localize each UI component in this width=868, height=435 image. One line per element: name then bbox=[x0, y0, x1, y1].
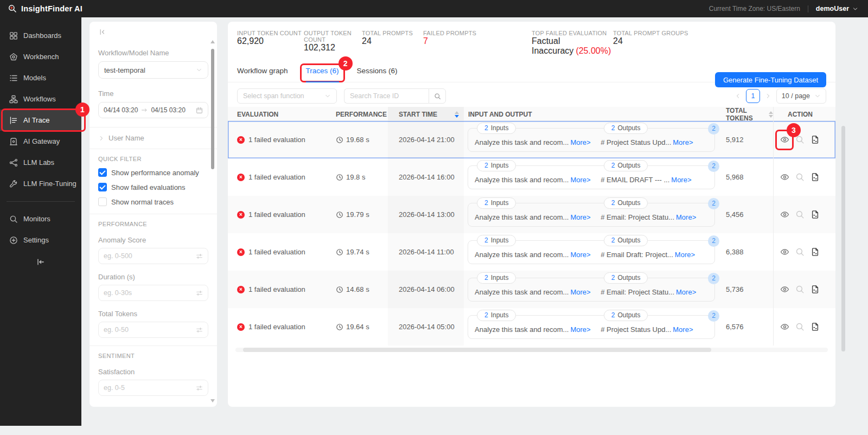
trace-row[interactable]: × 1 failed evaluation 19.8 s 2026-04-14 … bbox=[228, 158, 835, 196]
trace-row[interactable]: × 1 failed evaluation 19.74 s 2026-04-14… bbox=[228, 233, 835, 271]
page-scrollbar[interactable] bbox=[841, 126, 845, 351]
file-icon[interactable] bbox=[810, 210, 820, 219]
total-tokens-text: 5,912 bbox=[726, 136, 744, 144]
trace-row[interactable]: × 1 failed evaluation 19.64 s 2026-04-14… bbox=[228, 308, 835, 346]
trace-row[interactable]: × 1 failed evaluation 19.79 s 2026-04-14… bbox=[228, 196, 835, 233]
checkbox[interactable] bbox=[98, 183, 107, 191]
scrollbar-thumb[interactable] bbox=[211, 49, 214, 169]
eye-icon[interactable] bbox=[780, 322, 789, 331]
sliders-icon[interactable] bbox=[196, 253, 203, 260]
search-icon[interactable] bbox=[795, 247, 805, 257]
sidebar-item[interactable]: AI Trace 1 bbox=[0, 110, 81, 131]
filter-range-input[interactable] bbox=[98, 380, 208, 396]
sidebar-item[interactable]: AI Gateway 1 bbox=[0, 131, 81, 152]
sliders-icon[interactable] bbox=[196, 327, 203, 334]
sidebar-item[interactable]: Models 1 bbox=[0, 67, 81, 88]
input-more-link[interactable]: More> bbox=[570, 176, 590, 184]
ai-trace-icon bbox=[9, 116, 18, 125]
sliders-icon[interactable] bbox=[196, 385, 203, 392]
sidebar-item[interactable]: LLM Labs 1 bbox=[0, 152, 81, 173]
eye-icon[interactable] bbox=[780, 247, 789, 257]
quick-filter-checkbox-row[interactable]: Show failed evaluations bbox=[98, 183, 208, 191]
input-more-link[interactable]: More> bbox=[570, 213, 590, 221]
io-count-badge: 2 bbox=[708, 198, 719, 209]
sidebar-item[interactable]: Workbench 1 bbox=[0, 46, 81, 67]
input-more-link[interactable]: More> bbox=[570, 325, 590, 334]
search-icon[interactable] bbox=[795, 210, 805, 219]
range-input[interactable] bbox=[104, 252, 174, 260]
filter-range-input[interactable] bbox=[98, 285, 208, 301]
chevron-left-icon[interactable] bbox=[735, 93, 741, 99]
page-number[interactable]: 1 bbox=[746, 89, 760, 103]
trace-row[interactable]: × 1 failed evaluation 19.68 s 2026-04-14… bbox=[228, 121, 835, 158]
search-icon[interactable] bbox=[795, 322, 805, 331]
traces-panel: INPUT TOKEN COUNT 62,920 OUTPUT TOKEN CO… bbox=[228, 22, 835, 407]
page-size-select[interactable]: 10 / page bbox=[776, 88, 826, 104]
checkbox[interactable] bbox=[98, 197, 107, 206]
output-more-link[interactable]: More> bbox=[676, 288, 696, 296]
eye-icon[interactable] bbox=[780, 210, 789, 219]
user-name-expander[interactable]: User Name bbox=[98, 127, 208, 149]
output-more-link[interactable]: More> bbox=[673, 325, 693, 334]
input-more-link[interactable]: More> bbox=[570, 138, 590, 146]
file-icon[interactable] bbox=[810, 172, 820, 182]
range-input[interactable] bbox=[104, 289, 174, 297]
divider bbox=[90, 346, 217, 346]
search-button[interactable] bbox=[429, 88, 446, 104]
input-output-box: 2Inputs 2Outputs 2 Analyze this task and… bbox=[468, 165, 715, 189]
eye-icon[interactable] bbox=[780, 135, 789, 144]
tab[interactable]: Sessions (6) 2 bbox=[357, 67, 398, 82]
filter-range-input[interactable] bbox=[98, 248, 208, 264]
table-horizontal-scrollbar[interactable] bbox=[235, 348, 828, 352]
sidebar-item[interactable]: Dashboards 1 bbox=[0, 25, 81, 46]
username: demoUser bbox=[816, 5, 849, 12]
sidebar-item[interactable]: Settings 1 bbox=[0, 229, 81, 251]
sidebar-item[interactable]: Monitors 1 bbox=[0, 208, 81, 229]
file-icon[interactable] bbox=[810, 247, 820, 257]
sidebar-item[interactable]: LLM Fine-Tuning 1 bbox=[0, 173, 81, 194]
tab[interactable]: Traces (6) 2 bbox=[306, 67, 339, 82]
sliders-icon[interactable] bbox=[196, 290, 203, 297]
input-more-link[interactable]: More> bbox=[570, 288, 590, 296]
stat: TOTAL PROMPT GROUPS 24 bbox=[613, 30, 688, 56]
eye-icon[interactable] bbox=[780, 285, 789, 294]
eye-icon[interactable] bbox=[780, 172, 789, 182]
search-icon[interactable] bbox=[795, 172, 805, 182]
sidebar-item[interactable]: Workflows 1 bbox=[0, 88, 81, 110]
time-label: Time bbox=[98, 89, 208, 98]
span-function-select[interactable]: Select span function bbox=[237, 88, 337, 104]
trace-search-input[interactable] bbox=[344, 88, 429, 104]
scrollbar-thumb[interactable] bbox=[243, 348, 711, 352]
file-icon[interactable] bbox=[810, 135, 820, 144]
trace-row[interactable]: × 1 failed evaluation 14.68 s 2026-04-14… bbox=[228, 271, 835, 308]
filter-panel-scrollbar[interactable] bbox=[210, 37, 215, 404]
user-feedback-expander[interactable]: User Feedback bbox=[98, 400, 208, 407]
filter-field-label: Duration (s) bbox=[98, 273, 208, 281]
search-icon[interactable] bbox=[795, 135, 805, 144]
search-icon[interactable] bbox=[795, 285, 805, 294]
file-icon[interactable] bbox=[810, 322, 820, 331]
workflow-model-select[interactable]: test-temporal bbox=[98, 61, 208, 79]
time-range-picker[interactable]: 04/14 03:20 04/15 03:20 bbox=[98, 102, 208, 118]
input-more-link[interactable]: More> bbox=[570, 251, 590, 259]
quick-filter-checkbox-row[interactable]: Show performance anomaly bbox=[98, 168, 208, 177]
file-icon[interactable] bbox=[810, 285, 820, 294]
tab[interactable]: Workflow graph 2 bbox=[237, 67, 288, 82]
output-more-link[interactable]: More> bbox=[675, 251, 695, 259]
output-preview: # Email: Project Statu... bbox=[601, 213, 674, 221]
output-more-link[interactable]: More> bbox=[676, 213, 696, 221]
sort-total-tokens[interactable] bbox=[769, 111, 773, 118]
output-more-link[interactable]: More> bbox=[671, 176, 691, 184]
generate-finetuning-dataset-button[interactable]: Generate Fine-Tuning Dataset bbox=[715, 72, 826, 87]
quick-filter-checkbox-row[interactable]: Show normal traces bbox=[98, 197, 208, 206]
filter-range-input[interactable] bbox=[98, 322, 208, 338]
user-menu[interactable]: demoUser bbox=[816, 5, 858, 12]
range-input[interactable] bbox=[104, 384, 174, 392]
output-more-link[interactable]: More> bbox=[673, 138, 693, 146]
range-input[interactable] bbox=[104, 326, 174, 334]
panel-collapse-icon[interactable] bbox=[98, 28, 106, 36]
sort-start-time[interactable] bbox=[455, 111, 459, 118]
chevron-right-icon[interactable] bbox=[765, 93, 771, 99]
sidebar-collapse-button[interactable] bbox=[0, 258, 81, 266]
checkbox[interactable] bbox=[98, 168, 107, 177]
